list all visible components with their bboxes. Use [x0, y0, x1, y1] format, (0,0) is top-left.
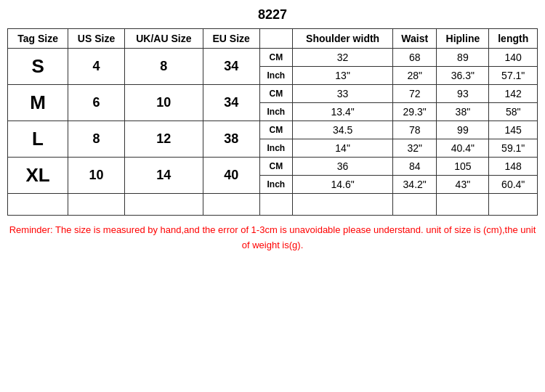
eu-size-cell: 34 — [203, 49, 259, 85]
inch-waist-cell: 28" — [393, 67, 437, 85]
cm-length-cell: 142 — [489, 85, 538, 103]
cm-length-cell: 140 — [489, 49, 538, 67]
inch-length-cell: 60.4" — [489, 176, 538, 194]
unit-cell-inch: Inch — [259, 103, 293, 121]
inch-length-cell: 59.1" — [489, 139, 538, 158]
eu-size-cell: 40 — [203, 158, 259, 194]
ukau-size-cell: 14 — [124, 158, 203, 194]
col-header-tag: Tag Size — [8, 29, 68, 49]
table-row: L81238CM34.57899145 — [8, 121, 538, 139]
unit-cell-cm: CM — [259, 85, 293, 103]
unit-cell-inch: Inch — [259, 176, 293, 194]
eu-size-cell: 38 — [203, 121, 259, 158]
col-header-hipline: Hipline — [437, 29, 489, 49]
cm-length-cell: 145 — [489, 121, 538, 139]
table-row: S4834CM326889140 — [8, 49, 538, 67]
inch-shoulder-cell: 14.6" — [293, 176, 393, 194]
page-title: 8227 — [7, 7, 538, 23]
cm-hipline-cell: 93 — [437, 85, 489, 103]
inch-shoulder-cell: 13.4" — [293, 103, 393, 121]
cm-waist-cell: 78 — [393, 121, 437, 139]
cm-hipline-cell: 105 — [437, 158, 489, 176]
cm-hipline-cell: 89 — [437, 49, 489, 67]
inch-length-cell: 58" — [489, 103, 538, 121]
ukau-size-cell: 12 — [124, 121, 203, 158]
col-header-unit — [259, 29, 293, 49]
tag-size-cell: XL — [8, 158, 68, 194]
size-table: Tag Size US Size UK/AU Size EU Size Shou… — [7, 28, 538, 216]
reminder: Reminder: The size is measured by hand,a… — [7, 223, 538, 253]
inch-waist-cell: 29.3" — [393, 103, 437, 121]
inch-hipline-cell: 38" — [437, 103, 489, 121]
col-header-waist: Waist — [393, 29, 437, 49]
tag-size-cell: L — [8, 121, 68, 158]
unit-cell-inch: Inch — [259, 67, 293, 85]
ukau-size-cell: 8 — [124, 49, 203, 85]
cm-hipline-cell: 99 — [437, 121, 489, 139]
inch-waist-cell: 34.2" — [393, 176, 437, 194]
inch-length-cell: 57.1" — [489, 67, 538, 85]
inch-waist-cell: 32" — [393, 139, 437, 158]
us-size-cell: 10 — [68, 158, 125, 194]
cm-shoulder-cell: 34.5 — [293, 121, 393, 139]
col-header-eu: EU Size — [203, 29, 259, 49]
cm-length-cell: 148 — [489, 158, 538, 176]
inch-hipline-cell: 40.4" — [437, 139, 489, 158]
cm-waist-cell: 72 — [393, 85, 437, 103]
tag-size-cell: S — [8, 49, 68, 85]
cm-shoulder-cell: 32 — [293, 49, 393, 67]
eu-size-cell: 34 — [203, 85, 259, 121]
unit-cell-cm: CM — [259, 158, 293, 176]
us-size-cell: 6 — [68, 85, 125, 121]
col-header-ukau: UK/AU Size — [124, 29, 203, 49]
col-header-shoulder: Shoulder width — [293, 29, 393, 49]
inch-shoulder-cell: 13" — [293, 67, 393, 85]
empty-row — [8, 194, 538, 216]
cm-shoulder-cell: 33 — [293, 85, 393, 103]
col-header-length: length — [489, 29, 538, 49]
unit-cell-cm: CM — [259, 49, 293, 67]
inch-shoulder-cell: 14" — [293, 139, 393, 158]
inch-hipline-cell: 36.3" — [437, 67, 489, 85]
col-header-us: US Size — [68, 29, 125, 49]
cm-waist-cell: 68 — [393, 49, 437, 67]
tag-size-cell: M — [8, 85, 68, 121]
ukau-size-cell: 10 — [124, 85, 203, 121]
us-size-cell: 8 — [68, 121, 125, 158]
cm-waist-cell: 84 — [393, 158, 437, 176]
table-row: M61034CM337293142 — [8, 85, 538, 103]
table-row: XL101440CM3684105148 — [8, 158, 538, 176]
unit-cell-inch: Inch — [259, 139, 293, 158]
cm-shoulder-cell: 36 — [293, 158, 393, 176]
inch-hipline-cell: 43" — [437, 176, 489, 194]
unit-cell-cm: CM — [259, 121, 293, 139]
us-size-cell: 4 — [68, 49, 125, 85]
